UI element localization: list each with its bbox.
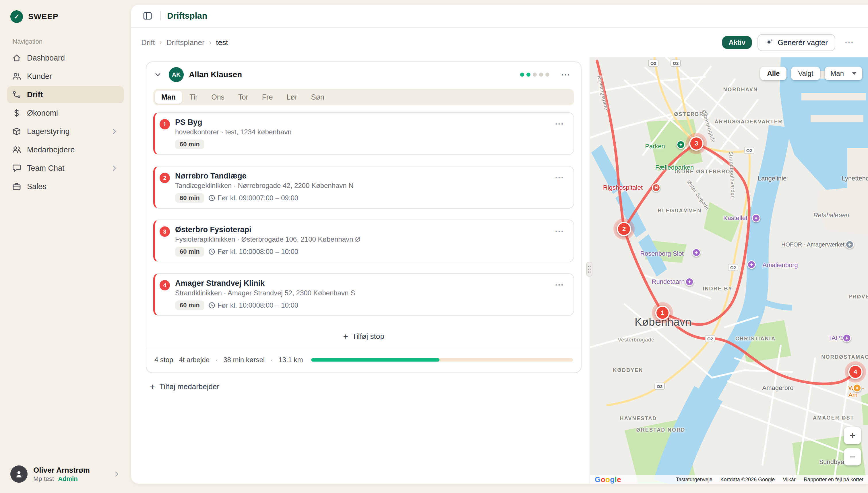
attraction-icon[interactable]: ✦ xyxy=(843,334,851,342)
add-stop-button[interactable]: + Tilføj stop xyxy=(146,327,581,348)
google-logo[interactable]: Google xyxy=(595,475,621,484)
hospital-icon[interactable]: H xyxy=(652,184,660,192)
map[interactable]: NORDHAVN ØSTERBRO ÅRHUSGADEKVARTER INDRE… xyxy=(590,57,868,484)
tab-tor[interactable]: Tor xyxy=(232,91,255,104)
restaurant-icon[interactable]: ✦ xyxy=(853,384,862,392)
stadium-icon[interactable]: ✦ xyxy=(677,140,685,149)
sidebar-item-label: Drift xyxy=(27,90,43,99)
road-badge: O2 xyxy=(654,383,665,390)
chevron-right-icon: › xyxy=(209,39,212,46)
stop-number-badge: 4 xyxy=(160,280,170,291)
status-badge[interactable]: Aktiv xyxy=(722,36,752,49)
stop-more-button[interactable]: ⋯ xyxy=(551,118,568,149)
road-badge: O2 xyxy=(705,335,715,342)
chevron-right-icon: › xyxy=(160,39,162,46)
stop-subtitle: hovedkontorer · test, 1234 københavn xyxy=(175,128,546,136)
nav-section-label: Navigation xyxy=(13,38,125,45)
sidebar-item-okonomi[interactable]: Økonomi xyxy=(7,104,124,122)
utility-icon[interactable]: ✦ xyxy=(845,240,854,249)
breadcrumb-driftsplaner[interactable]: Driftsplaner xyxy=(167,38,205,47)
duration-badge: 60 min xyxy=(175,300,204,310)
filter-all-button[interactable]: Alle xyxy=(760,67,786,80)
keyboard-shortcuts-link[interactable]: Tastaturgenveje xyxy=(676,477,713,483)
tab-fre[interactable]: Fre xyxy=(256,91,279,104)
sidebar-item-label: Kunder xyxy=(27,72,52,81)
map-attribution: Google Tastaturgenveje Kortdata ©2026 Go… xyxy=(590,475,868,484)
tab-tir[interactable]: Tir xyxy=(183,91,204,104)
breadcrumb-drift[interactable]: Drift xyxy=(141,38,155,47)
employee-more-button[interactable]: ⋯ xyxy=(557,69,574,80)
tab-lor[interactable]: Lør xyxy=(280,91,304,104)
filter-selected-button[interactable]: Valgt xyxy=(791,67,820,80)
stop-list: 1 PS Byg hovedkontorer · test, 1234 købe… xyxy=(153,112,574,316)
user-role-badge: Admin xyxy=(58,475,78,483)
person-icon xyxy=(14,470,23,479)
sidebar-item-label: Lagerstyring xyxy=(27,127,70,136)
chevron-down-icon xyxy=(852,72,856,75)
add-stop-label: Tilføj stop xyxy=(352,332,384,341)
plan-column: AK Allan Klausen ⋯ xyxy=(131,57,590,484)
attraction-icon[interactable]: ✦ xyxy=(685,278,694,286)
stop-more-button[interactable]: ⋯ xyxy=(551,279,568,310)
workload-progress-fill xyxy=(311,358,440,362)
team-icon xyxy=(12,145,21,154)
duration-badge: 60 min xyxy=(175,193,204,203)
stop-title: Østerbro Fysioterapi xyxy=(175,225,546,234)
check-icon: ✓ xyxy=(10,10,23,23)
road-badge: O2 xyxy=(648,60,658,67)
stop-card[interactable]: 4 Amager Strandvej Klinik Strandklinikke… xyxy=(153,273,574,316)
duration-badge: 60 min xyxy=(175,140,204,149)
app-name: SWEEP xyxy=(28,12,58,21)
stop-card[interactable]: 2 Nørrebro Tandlæge Tandlægeklinikken · … xyxy=(153,166,574,209)
sidebar-item-sales[interactable]: Sales xyxy=(7,178,124,195)
generate-shifts-button[interactable]: Generér vagter xyxy=(758,34,835,51)
map-marker-3[interactable]: 3 xyxy=(689,136,703,151)
user-menu[interactable]: Oliver Arnstrøm Mp test Admin xyxy=(6,462,125,486)
summary-driving: 38 min kørsel xyxy=(223,356,264,364)
sidebar-item-lagerstyring[interactable]: Lagerstyring xyxy=(7,123,124,140)
stop-card[interactable]: 1 PS Byg hovedkontorer · test, 1234 købe… xyxy=(153,112,574,155)
summary-stops: 4 stop xyxy=(154,356,173,364)
collapse-button[interactable] xyxy=(152,69,164,80)
content-area: AK Allan Klausen ⋯ xyxy=(131,57,868,484)
clock-icon xyxy=(208,302,215,309)
tab-man[interactable]: Man xyxy=(155,91,182,104)
tab-son[interactable]: Søn xyxy=(305,91,331,104)
stop-more-button[interactable]: ⋯ xyxy=(551,225,568,257)
time-constraint-text: Før kl. 09:0007:00 – 09:00 xyxy=(217,194,298,202)
sidebar-item-medarbejdere[interactable]: Medarbejdere xyxy=(7,141,124,158)
terms-link[interactable]: Vilkår xyxy=(783,477,796,483)
map-marker-1[interactable]: 1 xyxy=(655,306,670,320)
report-error-link[interactable]: Rapporter en fejl på kortet xyxy=(804,477,863,483)
chevron-right-icon xyxy=(110,164,119,172)
stop-subtitle: Strandklinikken · Amager Strandvej 52, 2… xyxy=(175,289,546,297)
sidebar-item-drift[interactable]: Drift xyxy=(7,86,124,103)
zoom-out-button[interactable]: − xyxy=(844,448,861,466)
zoom-in-button[interactable]: + xyxy=(844,427,861,444)
attraction-icon[interactable]: ✦ xyxy=(752,214,760,222)
map-marker-4[interactable]: 4 xyxy=(848,365,863,379)
sidebar-item-team-chat[interactable]: Team Chat xyxy=(7,159,124,177)
sidebar-item-kunder[interactable]: Kunder xyxy=(7,68,124,85)
road-badge: O2 xyxy=(728,264,738,271)
sidebar-item-label: Sales xyxy=(27,182,46,191)
stop-number-badge: 1 xyxy=(160,119,170,129)
sidebar: ✓ SWEEP Navigation Dashboard Kunder Drif… xyxy=(0,0,131,493)
plus-icon: + xyxy=(343,332,348,341)
map-marker-2[interactable]: 2 xyxy=(617,222,631,236)
road-badge: O2 xyxy=(744,147,754,154)
stop-card[interactable]: 3 Østerbro Fysioterapi Fysioterapiklinik… xyxy=(153,219,574,262)
map-day-select[interactable]: Man xyxy=(825,67,862,80)
add-employee-button[interactable]: + Tilføj medarbejder xyxy=(150,382,581,391)
stop-more-button[interactable]: ⋯ xyxy=(551,172,568,203)
tab-ons[interactable]: Ons xyxy=(205,91,231,104)
column-resize-handle[interactable] xyxy=(586,262,592,277)
sidebar-toggle-button[interactable] xyxy=(141,9,154,22)
sidebar-item-dashboard[interactable]: Dashboard xyxy=(7,49,124,67)
zoom-controls: + − xyxy=(844,427,861,466)
page-more-button[interactable]: ⋯ xyxy=(841,37,858,48)
breadcrumb: Drift › Driftsplaner › test Aktiv Generé… xyxy=(131,27,868,57)
attraction-icon[interactable]: ✦ xyxy=(747,260,756,269)
sparkles-icon xyxy=(765,38,774,47)
attraction-icon[interactable]: ✦ xyxy=(692,248,701,257)
